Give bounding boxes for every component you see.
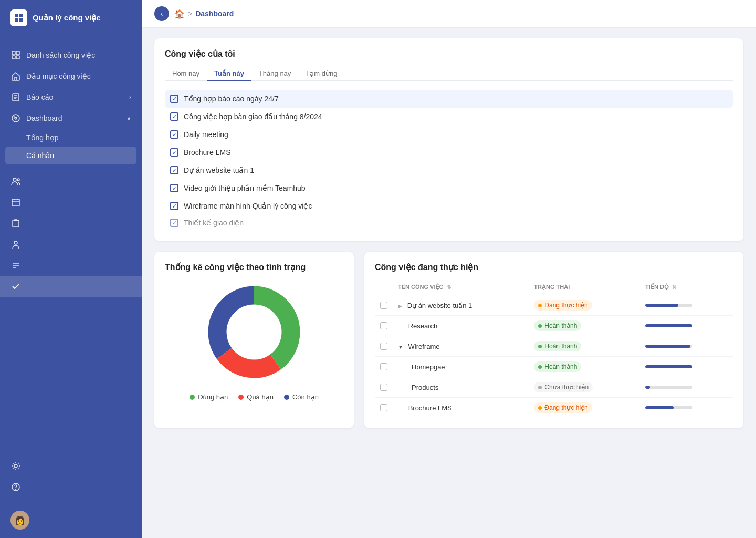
progress-fill — [645, 345, 690, 348]
task-checkbox[interactable]: ✓ — [170, 219, 178, 227]
task-item[interactable]: ✓ Video giới thiệu phần mềm Teamhub — [165, 179, 733, 197]
my-tasks-card: Công việc của tôi Hôm nay Tuần này Tháng… — [154, 38, 743, 241]
sidebar-item-users[interactable] — [0, 171, 142, 192]
expand-icon[interactable]: ▼ — [398, 344, 403, 350]
table-row[interactable]: ▶ Dự án website tuần 1 Đang thực hiện — [375, 295, 733, 316]
status-badge: Hoàn thành — [534, 320, 581, 331]
status-dot — [538, 304, 542, 307]
sidebar-sub-ca-nhan[interactable]: Cá nhân — [5, 147, 136, 164]
chevron-down-icon: ∨ — [127, 115, 131, 122]
table-row[interactable]: Homepgae Hoàn thành — [375, 357, 733, 377]
progress-bar — [645, 345, 692, 348]
task-item[interactable]: ✓ Dự án website tuần 1 — [165, 161, 733, 179]
task-item[interactable]: ✓ Daily meeting — [165, 126, 733, 143]
sidebar-item-help[interactable] — [0, 477, 142, 498]
tab-hom-nay[interactable]: Hôm nay — [165, 66, 207, 81]
task-label: Brochure LMS — [184, 148, 230, 157]
svg-point-21 — [14, 464, 17, 468]
task-checkbox[interactable]: ✓ — [170, 130, 178, 139]
home-breadcrumb-icon[interactable]: 🏠 — [174, 9, 185, 19]
th-name[interactable]: TÊN CÔNG VIỆC ⇅ — [393, 280, 529, 295]
sidebar-item-dau-muc[interactable]: Đầu mục công việc — [0, 66, 142, 87]
task-label: Công việc hợp bàn giao đầu tháng 8/2024 — [184, 112, 322, 121]
svg-rect-16 — [13, 220, 19, 227]
task-item[interactable]: ✓ Công việc hợp bàn giao đầu tháng 8/202… — [165, 108, 733, 126]
tab-thang-nay[interactable]: Tháng này — [251, 66, 298, 81]
task-checkbox[interactable]: ✓ — [170, 184, 178, 192]
svg-point-17 — [14, 241, 17, 244]
tab-tuan-nay[interactable]: Tuần này — [207, 66, 251, 81]
table-row[interactable]: ▼ Wireframe Hoàn thành — [375, 336, 733, 357]
legend-label: Còn hạn — [292, 393, 319, 401]
task-name: Research — [408, 322, 438, 330]
row-checkbox[interactable] — [380, 302, 387, 309]
th-progress[interactable]: TIẾN ĐỘ ⇅ — [640, 280, 733, 295]
progress-bar — [645, 365, 692, 368]
table-row[interactable]: Research Hoàn thành — [375, 316, 733, 336]
breadcrumb-current: Dashboard — [195, 9, 234, 18]
sidebar-nav: Danh sách công việc Đầu mục công việc Bá… — [0, 36, 142, 451]
sidebar-item-list[interactable] — [0, 255, 142, 276]
task-checkbox[interactable]: ✓ — [170, 112, 178, 121]
row-checkbox[interactable] — [380, 363, 387, 370]
sidebar-app-name: Quản lý công việc — [33, 13, 101, 23]
task-name: Brochure LMS — [408, 404, 452, 412]
table-row[interactable]: Products Chưa thực hiện — [375, 377, 733, 398]
status-badge: Hoàn thành — [534, 341, 581, 351]
task-list: ✓ Tổng hợp báo cáo ngày 24/7 ✓ Công việc… — [165, 90, 733, 231]
gear-icon — [10, 461, 21, 471]
progress-fill — [645, 365, 692, 368]
sidebar-bottom: 👩 — [0, 502, 142, 538]
legend-item: Đúng hạn — [190, 393, 228, 401]
sort-icon: ⇅ — [672, 284, 676, 290]
task-name: Wireframe — [408, 343, 440, 350]
legend-label: Đúng hạn — [198, 393, 228, 401]
avatar[interactable]: 👩 — [10, 511, 29, 530]
task-checkbox[interactable]: ✓ — [170, 202, 178, 210]
row-checkbox[interactable] — [380, 343, 387, 350]
task-item[interactable]: ✓ Thiết kế giao diện — [165, 215, 733, 231]
svg-rect-3 — [16, 56, 19, 59]
task-name: Dự án website tuần 1 — [407, 302, 472, 309]
row-checkbox[interactable] — [380, 404, 387, 411]
progress-fill — [645, 386, 650, 389]
progress-fill — [645, 406, 674, 409]
sidebar-item-clipboard[interactable] — [0, 213, 142, 234]
sidebar-sub-tong-hop[interactable]: Tổng hợp — [0, 129, 142, 147]
task-item[interactable]: ✓ Brochure LMS — [165, 143, 733, 161]
my-tasks-title: Công việc của tôi — [165, 49, 733, 59]
legend-dot — [238, 395, 244, 400]
task-checkbox[interactable]: ✓ — [170, 95, 178, 103]
sidebar-item-label: Dashboard — [26, 114, 62, 122]
sidebar-item-bao-cao[interactable]: Báo cáo › — [0, 87, 142, 108]
svg-point-11 — [17, 179, 19, 181]
svg-point-23 — [16, 490, 16, 490]
task-item[interactable]: ✓ Wireframe màn hình Quản lý công việc — [165, 197, 733, 215]
status-dot — [538, 345, 542, 348]
task-checkbox[interactable]: ✓ — [170, 148, 178, 157]
th-status: TRẠNG THÁI — [529, 280, 640, 295]
svg-point-10 — [13, 178, 16, 181]
expand-icon[interactable]: ▶ — [398, 303, 402, 309]
sidebar-item-danh-sach[interactable]: Danh sách công việc — [0, 45, 142, 66]
row-checkbox[interactable] — [380, 384, 387, 391]
progress-bar — [645, 324, 692, 327]
back-button[interactable]: ‹ — [154, 6, 169, 21]
status-dot — [538, 365, 542, 369]
dashboard-icon — [10, 113, 21, 123]
task-checkbox[interactable]: ✓ — [170, 166, 178, 174]
row-checkbox[interactable] — [380, 322, 387, 329]
status-badge: Chưa thực hiện — [534, 382, 593, 392]
sidebar-item-settings[interactable] — [0, 456, 142, 477]
task-item[interactable]: ✓ Tổng hợp báo cáo ngày 24/7 — [165, 90, 733, 108]
table-row[interactable]: Brochure LMS Đang thực hiện — [375, 398, 733, 418]
sidebar-item-check[interactable] — [0, 276, 142, 297]
sidebar-item-dashboard[interactable]: Dashboard ∨ — [0, 108, 142, 129]
sidebar: Quản lý công việc Danh sách công việc Đầ… — [0, 0, 142, 538]
logo-icon — [10, 9, 27, 26]
svg-rect-1 — [16, 51, 19, 55]
sidebar-item-person[interactable] — [0, 234, 142, 255]
status-dot — [538, 406, 542, 410]
sidebar-item-calendar[interactable] — [0, 192, 142, 213]
tab-tam-dung[interactable]: Tạm dừng — [298, 66, 344, 81]
